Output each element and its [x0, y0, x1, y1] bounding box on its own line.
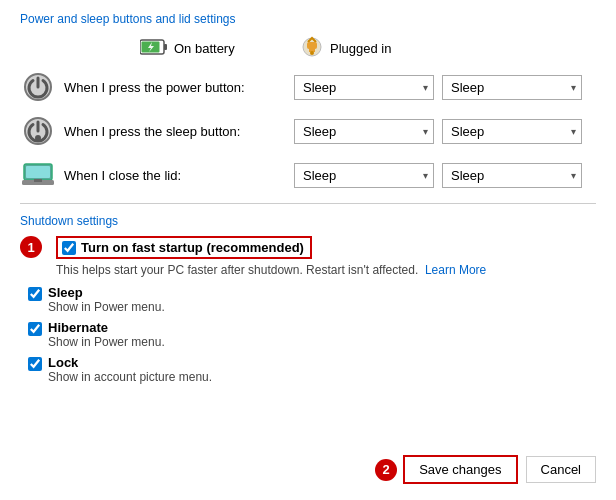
sleep-item: Sleep Show in Power menu.: [20, 285, 596, 314]
power-battery-dropdown-wrap: Do nothing Sleep Hibernate Shut down ▾: [294, 75, 434, 100]
sleep-item-content: Sleep Show in Power menu.: [48, 285, 165, 314]
lid-icon: [20, 157, 56, 193]
lock-item-content: Lock Show in account picture menu.: [48, 355, 212, 384]
lid-plugged-dropdown[interactable]: Do nothing Sleep Hibernate Shut down: [442, 163, 582, 188]
fast-startup-label: Turn on fast startup (recommended): [81, 240, 304, 255]
fast-startup-description: This helps start your PC faster after sh…: [48, 263, 596, 277]
hibernate-item-title: Hibernate: [48, 320, 165, 335]
sleep-button-icon: [20, 113, 56, 149]
lid-label: When I close the lid:: [64, 168, 294, 183]
sleep-plugged-dropdown[interactable]: Do nothing Sleep Hibernate Shut down: [442, 119, 582, 144]
plug-icon: [300, 36, 324, 61]
power-plugged-dropdown-wrap: Do nothing Sleep Hibernate Shut down ▾: [442, 75, 582, 100]
hibernate-item-desc: Show in Power menu.: [48, 335, 165, 349]
learn-more-link[interactable]: Learn More: [425, 263, 486, 277]
lid-row: When I close the lid: Do nothing Sleep H…: [20, 157, 596, 193]
power-battery-dropdown[interactable]: Do nothing Sleep Hibernate Shut down: [294, 75, 434, 100]
power-button-label: When I press the power button:: [64, 80, 294, 95]
power-plugged-dropdown[interactable]: Do nothing Sleep Hibernate Shut down: [442, 75, 582, 100]
footer: 2 Save changes Cancel: [375, 455, 596, 484]
battery-icon: [140, 38, 168, 59]
lock-item: Lock Show in account picture menu.: [20, 355, 596, 384]
fast-startup-badge-row: 1 Turn on fast startup (recommended) Thi…: [20, 236, 596, 283]
save-button[interactable]: Save changes: [403, 455, 517, 484]
column-headers: On battery Plugged in: [20, 36, 596, 61]
sleep-battery-dropdown[interactable]: Do nothing Sleep Hibernate Shut down: [294, 119, 434, 144]
badge-2: 2: [375, 459, 397, 481]
cancel-button[interactable]: Cancel: [526, 456, 596, 483]
plugged-in-label: Plugged in: [330, 41, 391, 56]
svg-point-10: [35, 135, 41, 141]
on-battery-header: On battery: [140, 38, 300, 59]
svg-rect-1: [164, 44, 167, 50]
fast-startup-row: Turn on fast startup (recommended): [48, 236, 596, 259]
plugged-in-header: Plugged in: [300, 36, 460, 61]
badge-2-wrap: 2 Save changes: [375, 455, 517, 484]
sleep-button-label: When I press the sleep button:: [64, 124, 294, 139]
svg-rect-12: [26, 166, 50, 178]
divider: [20, 203, 596, 204]
on-battery-label: On battery: [174, 41, 235, 56]
lock-item-desc: Show in account picture menu.: [48, 370, 212, 384]
sleep-item-desc: Show in Power menu.: [48, 300, 165, 314]
fast-startup-checkbox[interactable]: [62, 241, 76, 255]
sleep-button-row: When I press the sleep button: Do nothin…: [20, 113, 596, 149]
badge-1: 1: [20, 236, 42, 258]
section-title: Power and sleep buttons and lid settings: [20, 12, 596, 26]
sleep-item-title: Sleep: [48, 285, 165, 300]
hibernate-checkbox[interactable]: [28, 322, 42, 336]
fast-startup-box: Turn on fast startup (recommended): [56, 236, 312, 259]
lid-battery-dropdown[interactable]: Do nothing Sleep Hibernate Shut down: [294, 163, 434, 188]
sleep-checkbox[interactable]: [28, 287, 42, 301]
power-button-row: When I press the power button: Do nothin…: [20, 69, 596, 105]
lock-item-title: Lock: [48, 355, 212, 370]
svg-rect-5: [307, 42, 317, 49]
sleep-battery-dropdown-wrap: Do nothing Sleep Hibernate Shut down ▾: [294, 119, 434, 144]
lock-checkbox[interactable]: [28, 357, 42, 371]
hibernate-item-content: Hibernate Show in Power menu.: [48, 320, 165, 349]
lid-plugged-dropdown-wrap: Do nothing Sleep Hibernate Shut down ▾: [442, 163, 582, 188]
shutdown-title: Shutdown settings: [20, 214, 596, 228]
svg-point-7: [310, 51, 314, 55]
svg-rect-14: [34, 179, 42, 182]
power-button-icon: [20, 69, 56, 105]
hibernate-item: Hibernate Show in Power menu.: [20, 320, 596, 349]
sleep-plugged-dropdown-wrap: Do nothing Sleep Hibernate Shut down ▾: [442, 119, 582, 144]
lid-battery-dropdown-wrap: Do nothing Sleep Hibernate Shut down ▾: [294, 163, 434, 188]
